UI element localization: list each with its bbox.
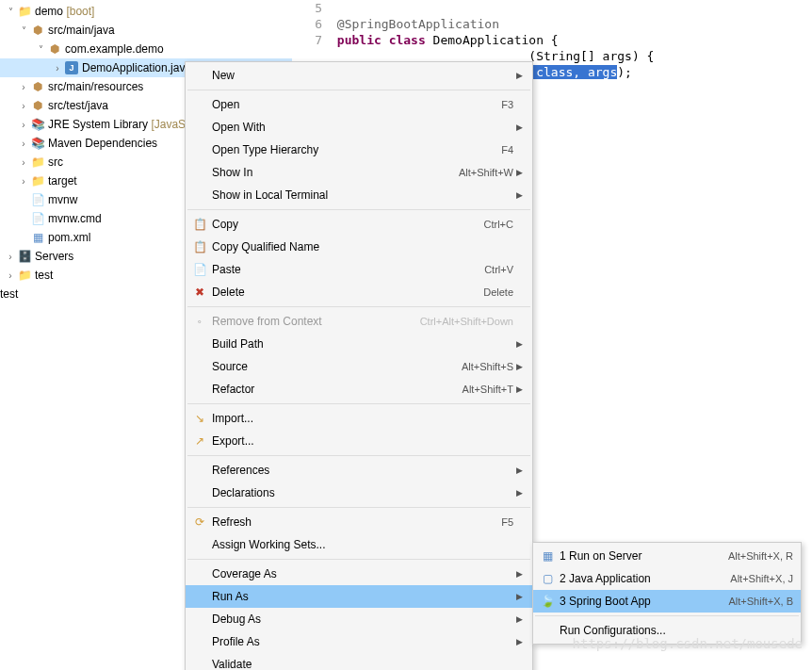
menu-copy[interactable]: 📋 Copy Ctrl+C: [186, 213, 532, 236]
expand-icon[interactable]: ˅: [34, 42, 47, 56]
context-menu: New ▶ Open F3 Open With ▶ Open Type Hier…: [185, 61, 533, 670]
tree-label: src: [48, 155, 63, 169]
menu-label: Show in Local Terminal: [210, 188, 513, 202]
copy-icon: 📋: [189, 217, 210, 232]
menu-label: Profile As: [210, 635, 513, 648]
menu-shortcut: Alt+Shift+X, J: [730, 573, 793, 584]
blank-icon: [189, 68, 210, 83]
menu-declarations[interactable]: Declarations ▶: [186, 482, 532, 504]
submenu-java-application[interactable]: ▢ 2 Java Application Alt+Shift+X, J: [533, 567, 801, 590]
remove-context-icon: ◦: [189, 314, 210, 329]
submenu-arrow-icon: ▶: [513, 190, 525, 200]
watermark: https://blog.csdn.net/mousede: [573, 636, 803, 651]
line-number: 5: [292, 0, 330, 16]
menu-separator: [187, 209, 530, 210]
menu-shortcut: F5: [501, 516, 513, 528]
copy-icon: 📋: [189, 239, 210, 254]
tree-label: mvnw: [48, 193, 77, 206]
menu-shortcut: Alt+Shift+T: [463, 384, 513, 395]
menu-shortcut: Alt+Shift+W: [459, 167, 513, 178]
menu-show-local-terminal[interactable]: Show in Local Terminal ▶: [186, 184, 532, 206]
menu-import[interactable]: ↘ Import...: [186, 407, 532, 430]
export-icon: ↗: [189, 433, 210, 449]
submenu-arrow-icon: ▶: [513, 569, 525, 579]
submenu-run-on-server[interactable]: ▦ 1 Run on Server Alt+Shift+X, R: [533, 545, 801, 567]
tree-label: pom.xml: [48, 231, 90, 244]
menu-shortcut: Alt+Shift+X, B: [729, 596, 793, 607]
menu-new[interactable]: New ▶: [186, 64, 532, 87]
menu-label: Paste: [210, 263, 475, 276]
menu-open-with[interactable]: Open With ▶: [186, 116, 532, 139]
expand-icon[interactable]: ›: [51, 61, 64, 74]
menu-refresh[interactable]: ⟳ Refresh F5: [186, 511, 532, 533]
menu-label: Copy: [210, 218, 475, 231]
menu-shortcut: Ctrl+C: [484, 219, 513, 230]
menu-run-as[interactable]: Run As ▶: [186, 585, 532, 608]
library-icon: 📚: [30, 117, 45, 132]
menu-label: Declarations: [210, 486, 513, 499]
classname: DemoApplication: [433, 33, 544, 47]
expand-icon[interactable]: ›: [17, 174, 30, 188]
menu-label: Remove from Context: [210, 315, 411, 328]
tree-label: com.example.demo: [65, 42, 164, 56]
menu-build-path[interactable]: Build Path ▶: [186, 333, 532, 355]
import-icon: ↘: [189, 411, 210, 426]
refresh-icon: ⟳: [189, 515, 210, 530]
menu-source[interactable]: Source Alt+Shift+S ▶: [186, 355, 532, 378]
spring-boot-icon: 🍃: [537, 594, 558, 609]
expand-icon[interactable]: ›: [17, 99, 30, 112]
menu-separator: [187, 455, 530, 456]
menu-label: Source: [210, 360, 452, 373]
keyword: public: [337, 33, 382, 47]
editor-line: 6 @SpringBootApplication: [292, 16, 812, 32]
menu-label: Delete: [210, 286, 474, 299]
expand-icon[interactable]: ›: [4, 250, 17, 263]
expand-icon[interactable]: ˅: [17, 24, 30, 37]
menu-delete[interactable]: ✖ Delete Delete: [186, 281, 532, 303]
package-icon: ⬢: [47, 41, 62, 57]
submenu-arrow-icon: ▶: [513, 637, 525, 646]
menu-validate[interactable]: Validate: [186, 653, 532, 670]
menu-profile-as[interactable]: Profile As ▶: [186, 630, 532, 653]
menu-separator: [187, 90, 530, 90]
submenu-arrow-icon: ▶: [513, 614, 525, 624]
expand-icon[interactable]: ›: [17, 80, 30, 93]
expand-icon[interactable]: ›: [17, 137, 30, 150]
line-number: 7: [292, 32, 330, 48]
tree-label: demo: [35, 5, 63, 18]
tree-label: src/main/java: [48, 24, 115, 37]
expand-icon[interactable]: ˅: [4, 5, 17, 18]
tree-package[interactable]: ˅ ⬢ com.example.demo: [0, 40, 292, 58]
tree-label: Servers: [35, 250, 73, 263]
expand-icon[interactable]: ›: [4, 269, 17, 282]
menu-coverage-as[interactable]: Coverage As ▶: [186, 563, 532, 585]
delete-icon: ✖: [189, 285, 210, 300]
menu-debug-as[interactable]: Debug As ▶: [186, 608, 532, 630]
menu-assign-working-sets[interactable]: Assign Working Sets...: [186, 533, 532, 556]
menu-open[interactable]: Open F3: [186, 93, 532, 116]
menu-label: Open With: [210, 121, 513, 134]
menu-references[interactable]: References ▶: [186, 459, 532, 482]
tree-project[interactable]: ˅ 📁 demo [boot]: [0, 2, 292, 21]
menu-export[interactable]: ↗ Export...: [186, 430, 532, 452]
paste-icon: 📄: [189, 262, 210, 277]
tree-decoration-text: [boot]: [66, 5, 94, 18]
menu-label: Coverage As: [210, 567, 513, 580]
submenu-arrow-icon: ▶: [513, 71, 525, 80]
menu-copy-qualified[interactable]: 📋 Copy Qualified Name: [186, 236, 532, 258]
submenu-arrow-icon: ▶: [513, 384, 525, 394]
package-folder-icon: ⬢: [30, 79, 45, 94]
menu-shortcut: Alt+Shift+S: [462, 361, 513, 372]
menu-refactor[interactable]: Refactor Alt+Shift+T ▶: [186, 378, 532, 400]
menu-open-type-hierarchy[interactable]: Open Type Hierarchy F4: [186, 139, 532, 161]
expand-icon[interactable]: ›: [17, 155, 30, 169]
menu-show-in[interactable]: Show In Alt+Shift+W ▶: [186, 161, 532, 184]
editor-line: 5: [292, 0, 812, 16]
expand-icon[interactable]: ›: [17, 118, 30, 131]
menu-label: Refresh: [210, 515, 492, 529]
submenu-spring-boot-app[interactable]: 🍃 3 Spring Boot App Alt+Shift+X, B: [533, 590, 801, 613]
menu-shortcut: Ctrl+V: [484, 264, 513, 275]
menu-paste[interactable]: 📄 Paste Ctrl+V: [186, 258, 532, 281]
menu-label: Open: [210, 98, 492, 111]
tree-src-main-java[interactable]: ˅ ⬢ src/main/java: [0, 21, 292, 40]
